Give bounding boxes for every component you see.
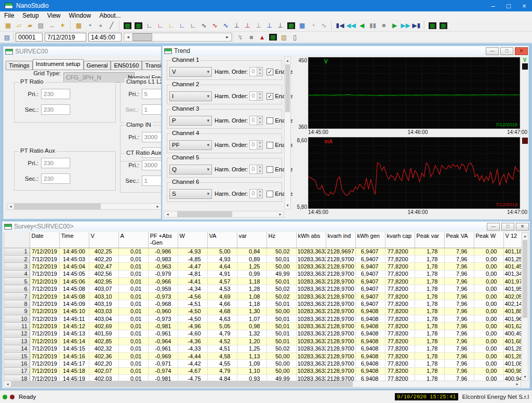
- cell[interactable]: 10283,3633: [296, 345, 326, 352]
- trend-l2-button[interactable]: ∟: [155, 20, 166, 31]
- cell[interactable]: 1,07: [237, 315, 267, 323]
- cell[interactable]: 1,08: [237, 292, 267, 300]
- spin-down-icon[interactable]: ▾: [257, 72, 262, 76]
- cell[interactable]: 2128,9700: [326, 330, 355, 337]
- field-input[interactable]: 230: [41, 158, 70, 168]
- cell[interactable]: -4,60: [178, 330, 207, 337]
- cell[interactable]: -0,974: [148, 367, 178, 374]
- stop-playback-button[interactable]: ■: [378, 20, 389, 31]
- cell[interactable]: 403,07: [89, 285, 118, 292]
- cell[interactable]: 403,04: [89, 315, 118, 323]
- cell[interactable]: 403,03: [89, 307, 118, 315]
- harmonics-flat-button[interactable]: ⊥: [253, 20, 264, 31]
- print-button[interactable]: ▤: [35, 20, 46, 31]
- rewind-fast-button[interactable]: ◀◀: [345, 20, 356, 31]
- field-input[interactable]: 3000: [142, 132, 162, 142]
- cell[interactable]: 0,01: [118, 285, 148, 292]
- cell[interactable]: -0,969: [148, 352, 178, 359]
- cell[interactable]: 6,9408: [355, 330, 385, 337]
- cell[interactable]: 2128,9700: [326, 300, 355, 307]
- cell[interactable]: 14:45:13: [59, 330, 89, 337]
- export-file-button[interactable]: →: [46, 20, 57, 31]
- license-key-button[interactable]: ✶: [57, 20, 68, 31]
- cell[interactable]: 1,20: [237, 338, 267, 345]
- row-number[interactable]: 2: [4, 255, 30, 262]
- enable-checkbox[interactable]: [267, 166, 273, 173]
- row-number[interactable]: 6: [4, 285, 30, 292]
- cell[interactable]: 14:45:12: [59, 323, 89, 330]
- stop-recording-button[interactable]: ●: [95, 20, 106, 31]
- cell[interactable]: -4,47: [178, 263, 207, 270]
- cell[interactable]: 10283,3633: [296, 263, 326, 270]
- cell[interactable]: 2128,9700: [326, 255, 355, 262]
- record-scroll-track[interactable]: [132, 33, 223, 41]
- cell[interactable]: -0,983: [148, 255, 178, 262]
- cell[interactable]: 2128,9700: [326, 345, 355, 352]
- trend-hscroll-thumb[interactable]: [177, 211, 232, 217]
- cell[interactable]: 77,8200: [385, 300, 415, 307]
- cell[interactable]: 402,95: [89, 278, 118, 285]
- waveform-v-button[interactable]: ∿: [198, 20, 209, 31]
- spin-down-icon[interactable]: ▾: [257, 96, 262, 100]
- cell[interactable]: 7,96: [444, 255, 474, 262]
- cell[interactable]: 401,18: [503, 248, 521, 255]
- cell[interactable]: 0,00: [474, 375, 503, 381]
- trend-vscrollbar[interactable]: ▴ ▾: [284, 57, 291, 209]
- cell[interactable]: 4,57: [207, 278, 237, 285]
- cell[interactable]: 14:45:19: [59, 375, 89, 381]
- cell[interactable]: 14:45:08: [59, 285, 89, 292]
- cell[interactable]: 402,32: [89, 345, 118, 352]
- cell[interactable]: -4,50: [178, 315, 207, 323]
- scroll-left-icon[interactable]: ◂: [4, 382, 11, 386]
- cell[interactable]: -0,961: [148, 330, 178, 337]
- cell[interactable]: 6,9407: [355, 263, 385, 270]
- cell[interactable]: 1,30: [237, 307, 267, 315]
- cell[interactable]: -0,961: [148, 345, 178, 352]
- record-scroll-thumb[interactable]: [132, 33, 152, 41]
- tab-general[interactable]: General: [84, 61, 111, 70]
- play-backward-button[interactable]: ◀: [356, 20, 367, 31]
- cell[interactable]: 0,84: [237, 248, 267, 255]
- cell[interactable]: 7,96: [444, 292, 474, 300]
- open-online-survey-button[interactable]: ▦: [73, 20, 84, 31]
- cell[interactable]: 0,00: [474, 330, 503, 337]
- cell[interactable]: 7/12/2019: [30, 360, 59, 367]
- cell[interactable]: 7/12/2019: [30, 263, 59, 270]
- cell[interactable]: 1,78: [415, 270, 444, 277]
- cell[interactable]: -4,51: [178, 300, 207, 307]
- cell[interactable]: 0,01: [118, 338, 148, 345]
- cell[interactable]: 7,96: [444, 248, 474, 255]
- cell[interactable]: 7,96: [444, 278, 474, 285]
- cell[interactable]: 1,78: [415, 323, 444, 330]
- forward-fast-button[interactable]: ▶▶: [400, 20, 411, 31]
- cell[interactable]: 77,8200: [385, 263, 415, 270]
- cell[interactable]: 50,01: [267, 330, 296, 337]
- cell[interactable]: 10283,3633: [296, 300, 326, 307]
- cell[interactable]: -0,963: [148, 263, 178, 270]
- harmonics-all-button[interactable]: ⊥: [275, 20, 286, 31]
- cell[interactable]: 14:45:15: [59, 345, 89, 352]
- open-survey-button[interactable]: ▦: [3, 20, 14, 31]
- cell[interactable]: 1,78: [415, 285, 444, 292]
- cell[interactable]: 10283,3633: [296, 352, 326, 359]
- cell[interactable]: 0,01: [118, 278, 148, 285]
- cell[interactable]: 10283,3633: [296, 278, 326, 285]
- tab-instrument-setup[interactable]: Instrument setup: [33, 59, 84, 70]
- cell[interactable]: 14:45:11: [59, 315, 89, 323]
- cell[interactable]: 14:45:16: [59, 352, 89, 359]
- cell[interactable]: 7,96: [444, 323, 474, 330]
- play-forward-button[interactable]: ▶: [389, 20, 400, 31]
- record-time-field[interactable]: 14:45:00: [88, 33, 122, 42]
- cell[interactable]: 77,8200: [385, 375, 415, 381]
- export-data-button[interactable]: ▧: [278, 32, 289, 43]
- cell[interactable]: 7/12/2019: [30, 278, 59, 285]
- survey-vscrollbar[interactable]: ▴ ▾: [522, 232, 528, 381]
- tab-timings[interactable]: Timings: [6, 61, 33, 70]
- cell[interactable]: 50,00: [267, 307, 296, 315]
- cell[interactable]: 6,9408: [355, 323, 385, 330]
- cell[interactable]: 7/12/2019: [30, 315, 59, 323]
- trend-l1-button[interactable]: ∟: [144, 20, 155, 31]
- cell[interactable]: 401,34: [503, 270, 521, 277]
- menu-item-view[interactable]: View: [43, 11, 65, 20]
- cell[interactable]: 1,78: [415, 330, 444, 337]
